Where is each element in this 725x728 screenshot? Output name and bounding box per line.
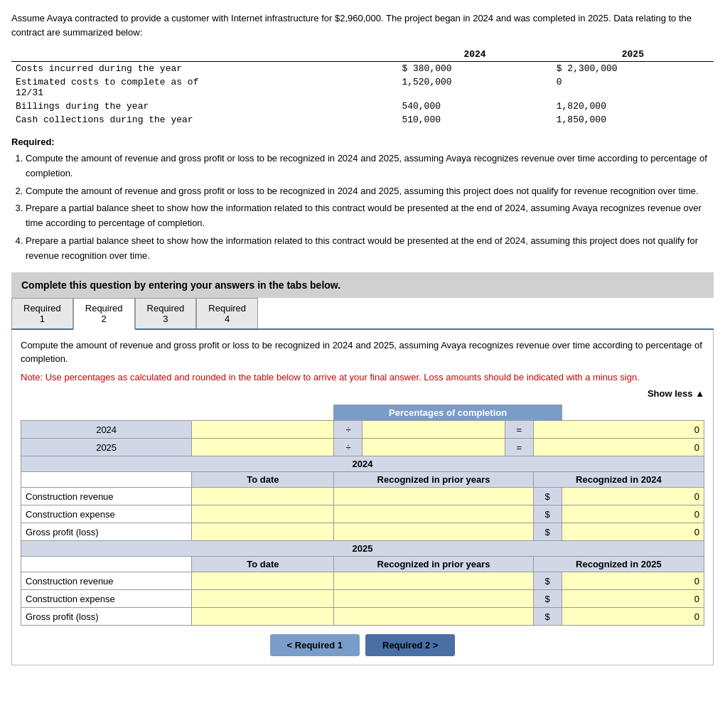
row2-2024: 1,520,000 xyxy=(397,75,552,100)
constr-rev-2025-todate[interactable] xyxy=(192,572,334,590)
pct-2024-denominator[interactable] xyxy=(362,421,505,439)
gross-profit-2024-result: 0 xyxy=(562,523,704,541)
tab2-line2: 2 xyxy=(102,314,107,324)
todate-2024-header: To date xyxy=(192,472,334,488)
pct-2025-denominator-input[interactable] xyxy=(367,441,500,454)
todate-2025-header: To date xyxy=(192,557,334,572)
gross-profit-2024-prior[interactable] xyxy=(334,523,533,541)
tab2-line1: Required xyxy=(85,303,123,314)
gross-profit-2025-dollar: $ xyxy=(533,608,562,626)
constr-exp-2024-result: 0 xyxy=(562,505,704,523)
nav-buttons: < Required 1 Required 2 > xyxy=(21,634,704,656)
constr-exp-2024-dollar: $ xyxy=(533,505,562,523)
required-list: Compute the amount of revenue and gross … xyxy=(26,151,714,264)
show-less[interactable]: Show less ▲ xyxy=(21,388,704,399)
tab-instruction: Compute the amount of revenue and gross … xyxy=(21,338,704,366)
tab3-line2: 3 xyxy=(163,314,168,324)
pct-2025-operator: ÷ xyxy=(334,439,362,456)
constr-exp-2025-dollar: $ xyxy=(533,590,562,608)
tab3-line1: Required xyxy=(147,303,185,314)
required-heading: Required: xyxy=(11,136,714,147)
gross-profit-2025-result: 0 xyxy=(562,608,704,626)
required-item-2: Compute the amount of revenue and gross … xyxy=(26,184,714,199)
col-2024-header: 2024 xyxy=(397,48,552,62)
pct-2024-operator: ÷ xyxy=(334,421,362,439)
pct-2024-numerator[interactable] xyxy=(192,421,334,439)
tabs-container: Required 1 Required 2 Required 3 Require… xyxy=(11,298,714,330)
tab-content: Compute the amount of revenue and gross … xyxy=(11,330,714,666)
tab-required-4[interactable]: Required 4 xyxy=(196,298,258,328)
pct-header: Percentages of completion xyxy=(334,405,562,421)
constr-exp-2025-label: Construction expense xyxy=(21,590,192,608)
constr-exp-2024-label: Construction expense xyxy=(21,505,192,523)
row4-2025: 1,850,000 xyxy=(552,113,714,127)
row3-2025: 1,820,000 xyxy=(552,100,714,113)
row3-label: Billings during the year xyxy=(11,100,397,113)
data-table: 2024 2025 Costs incurred during the year… xyxy=(11,48,714,127)
constr-exp-2024-prior[interactable] xyxy=(334,505,533,523)
pct-2025-denominator[interactable] xyxy=(362,439,505,456)
constr-exp-2025-result: 0 xyxy=(562,590,704,608)
pct-2024-result: 0 xyxy=(533,421,704,439)
recog-prior-2024-header: Recognized in prior years xyxy=(334,472,533,488)
pct-2025-numerator[interactable] xyxy=(192,439,334,456)
constr-rev-2024-result: 0 xyxy=(562,488,704,505)
row2-2025: 0 xyxy=(552,75,714,100)
tab-required-3[interactable]: Required 3 xyxy=(135,298,197,328)
row1-2025: $ 2,300,000 xyxy=(552,62,714,76)
pct-2024-denominator-input[interactable] xyxy=(367,423,500,436)
pct-2025-numerator-input[interactable] xyxy=(196,441,329,454)
constr-rev-2025-label: Construction revenue xyxy=(21,572,192,590)
recog-in-2025-header: Recognized in 2025 xyxy=(533,557,704,572)
col-2025-header: 2025 xyxy=(552,48,714,62)
constr-rev-2024-label: Construction revenue xyxy=(21,488,192,505)
gross-profit-2024-label: Gross profit (loss) xyxy=(21,523,192,541)
row3-2024: 540,000 xyxy=(397,100,552,113)
constr-rev-2025-dollar: $ xyxy=(533,572,562,590)
tab-required-1[interactable]: Required 1 xyxy=(11,298,73,328)
constr-exp-2025-prior[interactable] xyxy=(334,590,533,608)
row1-label: Costs incurred during the year xyxy=(11,62,397,76)
pct-2025-result: 0 xyxy=(533,439,704,456)
pct-2025-label: 2025 xyxy=(21,439,192,456)
tab1-line1: Required xyxy=(23,303,61,314)
row1-2024: $ 380,000 xyxy=(397,62,552,76)
complete-banner: Complete this question by entering your … xyxy=(11,272,714,298)
constr-exp-2025-todate[interactable] xyxy=(192,590,334,608)
pct-2024-equals: = xyxy=(505,421,533,439)
section-2025-header: 2025 xyxy=(21,541,704,557)
section-2024-header: 2024 xyxy=(21,456,704,472)
pct-2024-numerator-input[interactable] xyxy=(196,423,329,436)
row2-label: Estimated costs to complete as of12/31 xyxy=(11,75,397,100)
row4-2024: 510,000 xyxy=(397,113,552,127)
pct-2025-equals: = xyxy=(505,439,533,456)
required-item-3: Prepare a partial balance sheet to show … xyxy=(26,201,714,231)
next-button[interactable]: Required 2 > xyxy=(365,634,455,656)
completion-table: Percentages of completion 2024 ÷ = 0 202… xyxy=(21,405,704,626)
intro-paragraph: Assume Avaya contracted to provide a cus… xyxy=(11,11,714,39)
recog-prior-2025-header: Recognized in prior years xyxy=(334,557,533,572)
gross-profit-2024-todate[interactable] xyxy=(192,523,334,541)
required-item-1: Compute the amount of revenue and gross … xyxy=(26,151,714,181)
gross-profit-2024-dollar: $ xyxy=(533,523,562,541)
recog-in-2024-header: Recognized in 2024 xyxy=(533,472,704,488)
tab1-line2: 1 xyxy=(40,314,45,324)
prev-button[interactable]: < Required 1 xyxy=(270,634,360,656)
constr-rev-2025-result: 0 xyxy=(562,572,704,590)
gross-profit-2025-prior[interactable] xyxy=(334,608,533,626)
tab-note: Note: Use percentages as calculated and … xyxy=(21,370,704,385)
required-section: Required: Compute the amount of revenue … xyxy=(11,136,714,264)
constr-rev-2024-dollar: $ xyxy=(533,488,562,505)
constr-exp-2024-todate[interactable] xyxy=(192,505,334,523)
constr-rev-2025-prior[interactable] xyxy=(334,572,533,590)
row4-label: Cash collections during the year xyxy=(11,113,397,127)
tab-required-2[interactable]: Required 2 xyxy=(73,298,135,330)
constr-rev-2024-todate[interactable] xyxy=(192,488,334,505)
required-item-4: Prepare a partial balance sheet to show … xyxy=(26,234,714,264)
tab4-line1: Required xyxy=(208,303,246,314)
tab4-line2: 4 xyxy=(225,314,230,324)
pct-2024-label: 2024 xyxy=(21,421,192,439)
constr-rev-2024-prior[interactable] xyxy=(334,488,533,505)
gross-profit-2025-label: Gross profit (loss) xyxy=(21,608,192,626)
gross-profit-2025-todate[interactable] xyxy=(192,608,334,626)
